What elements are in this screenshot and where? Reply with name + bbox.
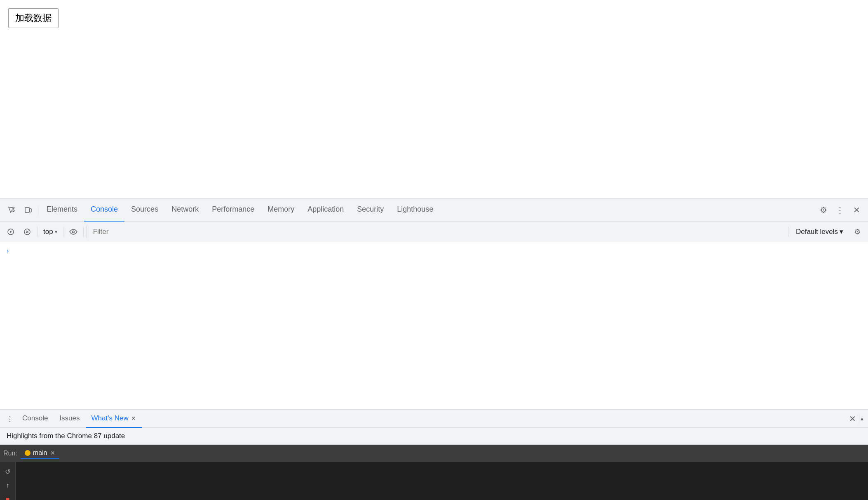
inspect-element-button[interactable]	[3, 202, 20, 218]
scroll-up-icon[interactable]: ▲	[860, 415, 865, 422]
toolbar-divider-2	[63, 227, 63, 237]
toolbar-divider	[37, 227, 38, 237]
eye-icon-button[interactable]	[66, 224, 81, 239]
levels-chevron-icon: ▾	[840, 227, 843, 236]
close-whats-new-tab-button[interactable]: ✕	[131, 415, 136, 422]
console-settings-icon[interactable]: ⚙	[850, 224, 865, 239]
page-content: 加载数据	[0, 0, 868, 198]
run-tab-close-icon[interactable]: ✕	[50, 450, 55, 456]
tab-security[interactable]: Security	[350, 198, 390, 222]
svg-rect-1	[30, 209, 31, 212]
more-button[interactable]: ⋮	[832, 202, 848, 218]
close-bottom-panel-button[interactable]: ✕	[846, 412, 859, 425]
execute-button[interactable]	[3, 224, 18, 239]
tab-memory[interactable]: Memory	[261, 198, 301, 222]
step-up-icon[interactable]: ↑	[2, 479, 14, 492]
device-toolbar-button[interactable]	[20, 202, 36, 218]
bottom-tab-issues[interactable]: Issues	[54, 410, 85, 428]
bottom-tab-console-label: Console	[22, 414, 48, 422]
run-tab-python-icon	[25, 450, 30, 456]
run-panel: Run: main ✕ ↺ ↑ ■ ↓ ≡ ≣ 📌 🖨 🗑	[0, 445, 868, 500]
toolbar-divider-3	[83, 227, 84, 237]
console-output: ›	[0, 242, 868, 409]
devtools-panel: Elements Console Sources Network Perform…	[0, 198, 868, 500]
console-prompt[interactable]: ›	[7, 245, 861, 256]
whats-new-title: Highlights from the Chrome 87 update	[7, 432, 125, 440]
tab-divider	[38, 205, 38, 215]
context-selector[interactable]: top ▾	[40, 226, 61, 238]
tab-console[interactable]: Console	[84, 198, 124, 222]
context-label: top	[43, 228, 53, 236]
filter-input[interactable]	[90, 226, 786, 238]
run-main-tab[interactable]: main ✕	[21, 448, 60, 459]
svg-point-4	[72, 231, 74, 233]
bottom-tab-whats-new-label: What's New	[91, 414, 129, 422]
run-bottom: ↺ ↑ ■ ↓ ≡ ≣ 📌 🖨 🗑	[0, 462, 868, 500]
prompt-chevron-icon: ›	[7, 247, 9, 255]
run-content-area[interactable]	[16, 462, 868, 500]
settings-button[interactable]: ⚙	[815, 202, 832, 218]
load-data-button[interactable]: 加载数据	[8, 8, 59, 28]
run-label: Run:	[3, 450, 17, 457]
bottom-more-button[interactable]: ⋮	[3, 412, 16, 425]
clear-console-button[interactable]	[20, 224, 35, 239]
toolbar-divider-4	[788, 227, 788, 237]
stop-icon[interactable]: ■	[2, 493, 14, 500]
log-levels-button[interactable]: Default levels ▾	[791, 226, 848, 238]
bottom-panel: ⋮ Console Issues What's New ✕ ✕ ▲ Highli…	[0, 409, 868, 500]
bottom-tabs-bar: ⋮ Console Issues What's New ✕ ✕ ▲	[0, 410, 868, 428]
filter-container	[86, 226, 786, 238]
bottom-tab-console[interactable]: Console	[16, 410, 54, 428]
tab-sources[interactable]: Sources	[124, 198, 165, 222]
scroll-track: ▲	[859, 415, 865, 423]
devtools-tab-bar: Elements Console Sources Network Perform…	[0, 198, 868, 222]
chevron-down-icon: ▾	[55, 229, 57, 235]
reload-icon[interactable]: ↺	[2, 465, 14, 478]
whats-new-header: Highlights from the Chrome 87 update	[0, 428, 868, 445]
run-tab-label: main	[33, 449, 47, 457]
tab-application[interactable]: Application	[301, 198, 350, 222]
run-tabs-bar: Run: main ✕	[0, 445, 868, 462]
levels-label: Default levels	[796, 228, 838, 236]
bottom-tab-whats-new[interactable]: What's New ✕	[86, 410, 142, 428]
console-toolbar: top ▾ Default levels ▾ ⚙	[0, 222, 868, 242]
close-devtools-button[interactable]: ✕	[848, 202, 865, 218]
bottom-tab-issues-label: Issues	[59, 414, 80, 422]
tab-network[interactable]: Network	[165, 198, 205, 222]
svg-rect-0	[25, 208, 29, 212]
tab-elements[interactable]: Elements	[40, 198, 84, 222]
tab-performance[interactable]: Performance	[205, 198, 261, 222]
run-sidebar: ↺ ↑ ■ ↓ ≡ ≣ 📌 🖨 🗑	[0, 462, 16, 500]
tab-lighthouse[interactable]: Lighthouse	[390, 198, 440, 222]
